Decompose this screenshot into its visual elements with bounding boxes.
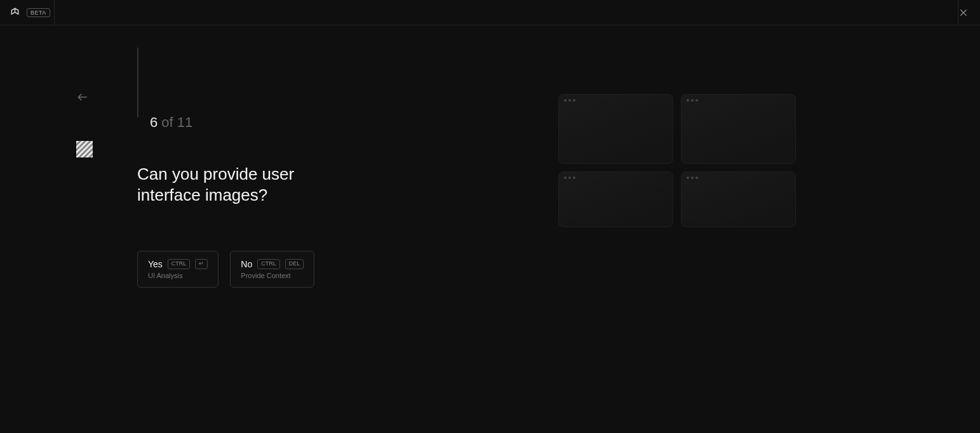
beta-badge: BETA xyxy=(27,8,50,17)
preview-area xyxy=(558,94,796,227)
no-key-ctrl: CTRL xyxy=(257,259,280,269)
close-icon[interactable] xyxy=(957,6,970,19)
logo-icon xyxy=(10,7,22,18)
preview-window-1 xyxy=(558,94,673,164)
main-content: 6 of 11 Can you provide user interface i… xyxy=(0,25,980,288)
header-divider xyxy=(54,0,55,25)
window-dots-icon xyxy=(559,95,673,106)
step-separator: of xyxy=(158,114,177,130)
preview-window-2 xyxy=(681,94,796,164)
no-key-del: DEL xyxy=(285,259,304,269)
preview-window-3 xyxy=(558,171,673,227)
no-header: No CTRL DEL xyxy=(241,259,304,269)
yes-key-enter: ↵ xyxy=(195,259,208,269)
options-row: Yes CTRL ↵ UI Analysis No CTRL DEL Provi… xyxy=(137,251,521,288)
no-subtitle: Provide Context xyxy=(241,272,304,279)
left-column: 6 of 11 Can you provide user interface i… xyxy=(76,73,521,288)
preview-window-4 xyxy=(681,171,796,227)
back-arrow-icon[interactable] xyxy=(76,91,89,103)
header-divider-right xyxy=(958,0,958,25)
yes-key-ctrl: CTRL xyxy=(168,259,191,269)
no-button[interactable]: No CTRL DEL Provide Context xyxy=(230,251,314,288)
header-left: BETA xyxy=(10,7,50,18)
window-dots-icon xyxy=(681,172,795,183)
progress-indicator-line xyxy=(137,48,138,117)
yes-button[interactable]: Yes CTRL ↵ UI Analysis xyxy=(137,251,218,288)
header: BETA xyxy=(0,0,980,25)
window-dots-icon xyxy=(681,95,795,106)
window-dots-icon xyxy=(559,172,673,183)
step-total: 11 xyxy=(177,114,192,130)
step-current: 6 xyxy=(150,114,158,130)
question-title: Can you provide user interface images? xyxy=(137,164,353,205)
step-counter: 6 of 11 xyxy=(150,114,521,131)
no-label: No xyxy=(241,259,252,269)
yes-label: Yes xyxy=(148,259,163,269)
yes-subtitle: UI Analysis xyxy=(148,272,208,279)
yes-header: Yes CTRL ↵ xyxy=(148,259,208,269)
avatar-icon xyxy=(76,141,93,157)
